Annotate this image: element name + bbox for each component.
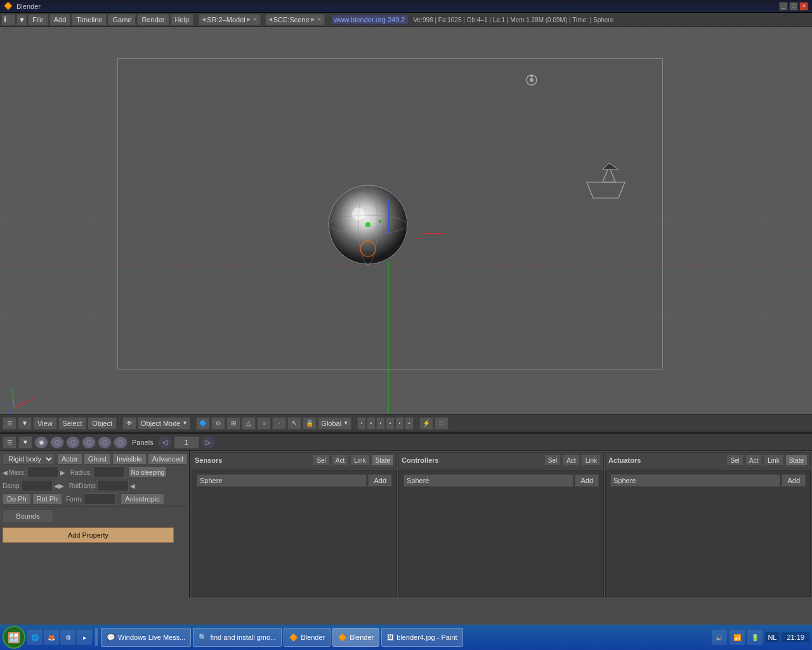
physics-type-select[interactable]: Rigid body bbox=[3, 453, 55, 465]
add-property-btn[interactable]: Add Property bbox=[3, 527, 174, 543]
notify-icon-2[interactable]: 📶 bbox=[730, 630, 745, 645]
advanced-btn[interactable]: Advanced bbox=[148, 453, 188, 465]
doph-btn[interactable]: Do Ph bbox=[3, 493, 31, 505]
minimize-button[interactable]: _ bbox=[779, 2, 788, 11]
taskbar-app-messenger[interactable]: 💬 Windows Live Mess... bbox=[101, 628, 191, 647]
magnet-icon[interactable]: ⊙ bbox=[211, 417, 225, 430]
form-input[interactable]: 0.40 bbox=[84, 493, 115, 505]
actor-btn[interactable]: Actor bbox=[57, 453, 82, 465]
ghost-btn[interactable]: Ghost bbox=[84, 453, 111, 465]
grid-btn-1[interactable]: ▪ bbox=[357, 417, 366, 430]
sensors-state-btn[interactable]: State bbox=[372, 454, 394, 466]
panel-circle-4[interactable]: ◌ bbox=[82, 436, 96, 449]
snap-icon[interactable]: ⚡ bbox=[419, 417, 433, 430]
controller-add-btn[interactable]: Add bbox=[575, 474, 599, 487]
rotdamp-input[interactable]: 0.100 bbox=[97, 480, 129, 491]
info-icon-btn[interactable]: ℹ bbox=[1, 14, 15, 25]
lock-icon[interactable]: 🔒 bbox=[303, 417, 317, 430]
mode-icon[interactable]: 👁 bbox=[122, 417, 136, 430]
taskbar-app-paint[interactable]: 🖼 blender4.jpg - Paint bbox=[381, 628, 462, 647]
axes-indicator: X Y Z bbox=[8, 388, 33, 414]
circle-icon[interactable]: ○ bbox=[257, 417, 271, 430]
blender2-icon: 🔶 bbox=[338, 633, 347, 642]
start-button[interactable]: 🪟 bbox=[3, 626, 25, 649]
scene-icon[interactable]: 🔷 bbox=[196, 417, 210, 430]
mode-select[interactable]: Object Mode ▼ bbox=[138, 417, 190, 430]
menu-timeline[interactable]: Timeline bbox=[72, 14, 107, 25]
scene-selector-1[interactable]: ◀ SR:2–Model ▶ ✕ bbox=[199, 14, 261, 25]
menu-render[interactable]: Render bbox=[137, 14, 169, 25]
quick-chrome-icon[interactable]: ⚙ bbox=[60, 630, 75, 645]
sensors-act-btn[interactable]: Act bbox=[332, 454, 348, 466]
render-icon[interactable]: □ bbox=[435, 417, 449, 430]
aniso-btn[interactable]: Anisotropic bbox=[121, 493, 164, 505]
bounds-btn[interactable]: Bounds bbox=[3, 509, 53, 523]
panel-circle-5[interactable]: ◌ bbox=[98, 436, 112, 449]
scene-selector-2[interactable]: ◀ SCE:Scene ▶ ✕ bbox=[265, 14, 325, 25]
taskbar-right: 🔉 📶 🔋 NL 21:19 bbox=[712, 630, 809, 645]
actuator-add-btn[interactable]: Add bbox=[782, 474, 806, 487]
actuators-state-btn[interactable]: State bbox=[785, 454, 808, 466]
quick-ie-icon[interactable]: 🌐 bbox=[27, 630, 43, 645]
actuators-act-btn[interactable]: Act bbox=[745, 454, 762, 466]
grid-btn-2[interactable]: ▪ bbox=[367, 417, 376, 430]
view-menu[interactable]: View bbox=[33, 417, 57, 430]
panel-circle-2[interactable]: ◌ bbox=[50, 436, 64, 449]
actuators-sel-btn[interactable]: Sel bbox=[726, 454, 743, 466]
taskbar: 🪟 🌐 🦊 ⚙ ▸ 💬 Windows Live Mess... 🔍 find … bbox=[0, 625, 812, 650]
menu-arrow[interactable]: ▼ bbox=[16, 14, 27, 25]
viewport-icon-btn[interactable]: ☰ bbox=[3, 417, 16, 430]
sensors-sel-btn[interactable]: Sel bbox=[313, 454, 329, 466]
menu-game[interactable]: Game bbox=[108, 14, 136, 25]
select-menu[interactable]: Select bbox=[58, 417, 87, 430]
grid-btn-3[interactable]: ▪ bbox=[376, 417, 385, 430]
grid-btn-5[interactable]: ▪ bbox=[395, 417, 404, 430]
notify-icon-3[interactable]: 🔋 bbox=[747, 630, 763, 645]
dot-icon[interactable]: · bbox=[272, 417, 286, 430]
mass-input[interactable]: 1.00 bbox=[27, 467, 59, 478]
grid-btn-4[interactable]: ▪ bbox=[386, 417, 395, 430]
taskbar-app-blender1[interactable]: 🔶 Blender bbox=[284, 628, 331, 647]
controllers-link-btn[interactable]: Link bbox=[582, 454, 601, 466]
triangle-icon[interactable]: △ bbox=[242, 417, 256, 430]
quick-more-icon[interactable]: ▸ bbox=[77, 630, 92, 645]
logic-header-icon[interactable]: ☰ bbox=[3, 436, 16, 449]
maximize-button[interactable]: □ bbox=[789, 2, 798, 11]
global-select[interactable]: Global ▼ bbox=[318, 417, 351, 430]
sensors-link-btn[interactable]: Link bbox=[350, 454, 369, 466]
grid-icon[interactable]: ⊞ bbox=[226, 417, 240, 430]
taskbar-app-blender2[interactable]: 🔶 Blender bbox=[332, 628, 379, 647]
cursor-icon[interactable]: ↖ bbox=[287, 417, 301, 430]
notify-icon-1[interactable]: 🔉 bbox=[712, 630, 727, 645]
sphere-object[interactable] bbox=[324, 179, 412, 268]
actuators-link-btn[interactable]: Link bbox=[764, 454, 783, 466]
close-button[interactable]: ✕ bbox=[799, 2, 808, 11]
invisible-btn[interactable]: Invisible bbox=[112, 453, 147, 465]
menu-add[interactable]: Add bbox=[49, 14, 71, 25]
controllers-act-btn[interactable]: Act bbox=[563, 454, 579, 466]
logic-main: Rigid body Actor Ghost Invisible Advance… bbox=[0, 451, 812, 598]
radius-input[interactable]: 1.00 bbox=[93, 467, 125, 478]
viewport-toolbar: ☰ ▼ View Select Object 👁 Object Mode ▼ 🔷… bbox=[0, 414, 812, 432]
object-menu[interactable]: Object bbox=[88, 417, 117, 430]
panel-circle-3[interactable]: ◌ bbox=[66, 436, 80, 449]
menu-file[interactable]: File bbox=[28, 14, 48, 25]
quick-ff-icon[interactable]: 🦊 bbox=[44, 630, 59, 645]
panel-circle-1[interactable]: ◉ bbox=[34, 436, 48, 449]
controllers-title: Controllers bbox=[402, 456, 542, 464]
taskbar-app-search[interactable]: 🔍 find and install gmo... bbox=[193, 628, 282, 647]
controllers-sel-btn[interactable]: Sel bbox=[544, 454, 561, 466]
panel-circle-r1[interactable]: ◁ bbox=[158, 436, 172, 449]
viewport-arrow-btn[interactable]: ▼ bbox=[18, 417, 32, 430]
menu-help[interactable]: Help bbox=[171, 14, 194, 25]
panel-circle-r2[interactable]: ▷ bbox=[201, 436, 215, 449]
logic-header-arrow[interactable]: ▼ bbox=[18, 436, 32, 449]
viewport-3d[interactable]: → ↑ ● X Y Z (1) Sphere ☰ ▼ View Select O… bbox=[0, 27, 812, 433]
sensor-add-btn[interactable]: Add bbox=[368, 474, 392, 487]
damp-input[interactable]: 0.040 bbox=[21, 480, 53, 491]
grid-btn-6[interactable]: ▪ bbox=[405, 417, 414, 430]
rotph-btn[interactable]: Rot Ph bbox=[32, 493, 63, 505]
sleep-btn[interactable]: No sleeping bbox=[129, 467, 167, 478]
website-link[interactable]: www.blender.org 249.2 bbox=[331, 15, 409, 25]
panel-circle-6[interactable]: ◌ bbox=[114, 436, 128, 449]
